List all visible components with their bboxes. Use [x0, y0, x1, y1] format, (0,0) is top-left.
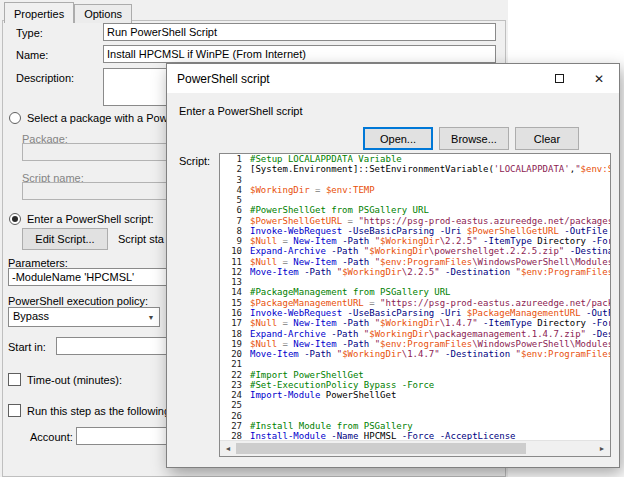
line-number: 25	[220, 400, 242, 410]
code-line: 27#Install Module from PSGallery	[220, 421, 610, 431]
enter-script-radio-label: Enter a PowerShell script:	[27, 213, 154, 225]
code-line: 13	[220, 277, 610, 287]
close-button[interactable]: ✕	[579, 64, 619, 93]
line-number: 9	[220, 236, 242, 246]
chevron-down-icon[interactable]: ▼	[143, 308, 159, 326]
script-status-text: Script sta	[118, 233, 164, 245]
code-line: 25	[220, 400, 610, 410]
type-field[interactable]: Run PowerShell Script	[103, 23, 496, 41]
timeout-checkbox-label: Time-out (minutes):	[27, 374, 122, 386]
line-number: 28	[220, 431, 242, 440]
maximize-button[interactable]	[539, 64, 579, 93]
code-line: 3	[220, 175, 610, 185]
code-line: 8Invoke-WebRequest -UseBasicParsing -Uri…	[220, 226, 610, 236]
line-number: 11	[220, 257, 242, 267]
script-label: Script:	[179, 155, 210, 167]
line-number: 8	[220, 226, 242, 236]
scroll-right-icon[interactable]: ►	[594, 441, 610, 456]
line-number: 19	[220, 339, 242, 349]
code-line: 28Install-Module -Name HPCMSL -Force -Ac…	[220, 431, 610, 440]
code-line: 7$PowerShellGetURL = "https://psg-prod-e…	[220, 216, 610, 226]
select-package-radio[interactable]	[9, 112, 21, 124]
line-number: 2	[220, 164, 242, 174]
code-line: 22#Import PowerShellGet	[220, 370, 610, 380]
powershell-script-dialog: PowerShell script ✕ Enter a PowerShell s…	[166, 63, 620, 468]
tab-options[interactable]: Options	[74, 4, 132, 23]
line-number: 26	[220, 411, 242, 421]
code-line: 23#Set-ExecutionPolicy Bypass -Force	[220, 380, 610, 390]
line-number: 10	[220, 246, 242, 256]
line-number: 7	[220, 216, 242, 226]
line-number: 4	[220, 185, 242, 195]
line-number: 18	[220, 329, 242, 339]
scrollbar-thumb[interactable]	[236, 443, 526, 454]
line-number: 14	[220, 287, 242, 297]
open-button[interactable]: Open...	[363, 127, 433, 150]
dialog-title: PowerShell script	[177, 72, 270, 86]
line-number: 16	[220, 308, 242, 318]
run-as-checkbox[interactable]	[8, 404, 21, 417]
line-number: 21	[220, 359, 242, 369]
dialog-titlebar[interactable]: PowerShell script ✕	[167, 64, 619, 93]
line-number: 1	[220, 154, 242, 164]
tab-strip: Properties Options	[4, 2, 132, 23]
code-line: 17$Null = New-Item -Path "$WorkingDir\1.…	[220, 318, 610, 328]
line-number: 12	[220, 267, 242, 277]
maximize-icon	[555, 74, 564, 83]
code-line: 9$Null = New-Item -Path "$WorkingDir\2.2…	[220, 236, 610, 246]
line-number: 22	[220, 370, 242, 380]
code-line: 11$Null = New-Item -Path "$env:ProgramFi…	[220, 257, 610, 267]
code-line: 20Move-Item -Path "$WorkingDir\1.4.7" -D…	[220, 349, 610, 359]
script-editor-lines[interactable]: 1#Setup LOCALAPPDATA Variable2[System.En…	[220, 154, 610, 440]
code-line: 18Expand-Archive -Path "$WorkingDir\pack…	[220, 329, 610, 339]
code-line: 24Import-Module PowerShellGet	[220, 390, 610, 400]
script-editor[interactable]: 1#Setup LOCALAPPDATA Variable2[System.En…	[219, 153, 611, 457]
tab-properties[interactable]: Properties	[4, 2, 74, 23]
account-label: Account:	[30, 431, 73, 443]
code-line: 6#PowerShellGet from PSGallery URL	[220, 205, 610, 215]
close-icon: ✕	[594, 72, 604, 86]
browse-button[interactable]: Browse...	[439, 127, 509, 150]
dialog-subtitle: Enter a PowerShell script	[179, 105, 303, 117]
line-number: 17	[220, 318, 242, 328]
line-number: 20	[220, 349, 242, 359]
code-line: 10Expand-Archive -Path "$WorkingDir\powe…	[220, 246, 610, 256]
code-line: 19$Null = New-Item -Path "$env:ProgramFi…	[220, 339, 610, 349]
line-number: 6	[220, 205, 242, 215]
line-number: 5	[220, 195, 242, 205]
code-line: 15$PackageManagementURL = "https://psg-p…	[220, 298, 610, 308]
line-number: 27	[220, 421, 242, 431]
timeout-checkbox[interactable]	[8, 373, 21, 386]
edit-script-button[interactable]: Edit Script...	[22, 228, 108, 250]
line-number: 13	[220, 277, 242, 287]
execution-policy-dropdown[interactable]: Bypass ▼	[8, 307, 160, 327]
scroll-left-icon[interactable]: ◄	[220, 441, 236, 456]
code-line: 12Move-Item -Path "$WorkingDir\2.2.5" -D…	[220, 267, 610, 277]
line-number: 3	[220, 175, 242, 185]
clear-button[interactable]: Clear	[515, 127, 579, 150]
code-line: 26	[220, 411, 610, 421]
code-line: 14#PackageManagement from PSGallery URL	[220, 287, 610, 297]
line-number: 23	[220, 380, 242, 390]
code-line: 5	[220, 195, 610, 205]
description-label: Description:	[16, 72, 74, 84]
type-label: Type:	[16, 27, 43, 39]
line-number: 15	[220, 298, 242, 308]
horizontal-scrollbar[interactable]: ◄ ►	[220, 440, 610, 456]
execution-policy-label: PowerShell execution policy:	[8, 295, 148, 307]
name-label: Name:	[16, 49, 48, 61]
code-line: 1#Setup LOCALAPPDATA Variable	[220, 154, 610, 164]
name-field[interactable]: Install HPCMSL if WinPE (From Internet)	[103, 45, 496, 63]
line-number: 24	[220, 390, 242, 400]
code-line: 16Invoke-WebRequest -UseBasicParsing -Ur…	[220, 308, 610, 318]
code-line: 4$WorkingDir = $env:TEMP	[220, 185, 610, 195]
start-in-label: Start in:	[8, 341, 46, 353]
code-line: 21	[220, 359, 610, 369]
enter-script-radio[interactable]	[9, 213, 21, 225]
execution-policy-value: Bypass	[13, 310, 49, 322]
code-line: 2[System.Environment]::SetEnvironmentVar…	[220, 164, 610, 174]
